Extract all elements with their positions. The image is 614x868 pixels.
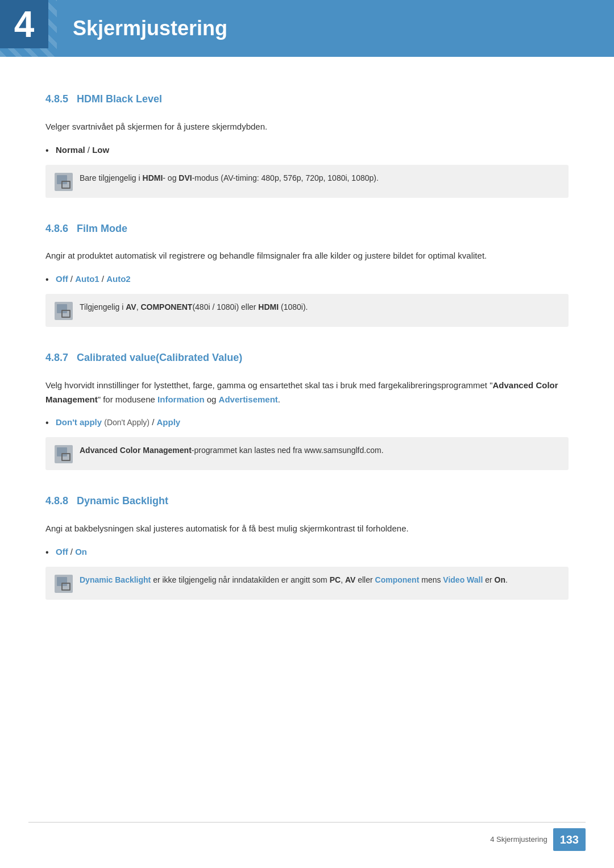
page-footer: 4 Skjermjustering 133 [28,822,586,851]
note-icon-inner-486 [57,304,67,313]
dont-apply-parens: (Don't Apply) [104,418,150,427]
list-item-486: Off / Auto1 / Auto2 [45,272,569,286]
section-heading-485: 4.8.5 HDMI Black Level [45,91,569,111]
section-number-488: 4.8.8 [45,495,77,506]
option-auto1-486: Auto1 [75,274,99,284]
note-icon-485 [55,173,73,191]
main-content: 4.8.5 HDMI Black Level Velger svartnivåe… [0,57,614,657]
list-item-488: Off / On [45,545,569,559]
options-list-486: Off / Auto1 / Auto2 [45,272,569,286]
chapter-title: Skjermjustering [73,12,227,45]
note-box-485: Bare tilgjengelig i HDMI- og DVI-modus (… [45,165,569,198]
note-icon-inner [57,175,67,184]
section-title-487: Calibrated value(Calibrated Value) [77,352,242,363]
options-list-485: Normal / Low [45,143,569,157]
slash-485: / [88,145,92,155]
option-apply: Apply [156,417,180,427]
footer-page-number: 133 [553,828,586,851]
section-heading-488: 4.8.8 Dynamic Backlight [45,493,569,513]
section-number-485: 4.8.5 [45,93,77,105]
option-off-486: Off [56,274,68,284]
section-title-485: HDMI Black Level [77,93,162,105]
section-desc-485: Velger svartnivået på skjermen for å jus… [45,120,569,134]
option-dontapply: Don't apply [56,417,102,427]
section-desc-488: Angi at bakbelysningen skal justeres aut… [45,522,569,536]
note-box-487: Advanced Color Management-programmet kan… [45,437,569,470]
section-desc-487: Velg hvorvidt innstillinger for lystetth… [45,379,569,407]
note-box-486: Tilgjengelig i AV, COMPONENT(480i / 1080… [45,294,569,327]
section-number-487: 4.8.7 [45,352,77,363]
chapter-number: 4 [14,6,35,43]
chapter-number-box: 4 [0,0,48,48]
note-icon-486 [55,302,73,320]
note-box-488: Dynamic Backlight er ikke tilgjengelig n… [45,567,569,600]
note-icon-inner-488 [57,577,67,586]
note-text-486: Tilgjengelig i AV, COMPONENT(480i / 1080… [80,301,308,313]
footer-label: 4 Skjermjustering [490,834,547,846]
options-list-488: Off / On [45,545,569,559]
section-title-486: Film Mode [77,223,127,234]
list-item-487: Don't apply (Don't Apply) / Apply [45,416,569,429]
option-off-488: Off [56,547,68,556]
section-number-486: 4.8.6 [45,223,77,234]
note-text-485: Bare tilgjengelig i HDMI- og DVI-modus (… [80,172,379,184]
option-auto2-486: Auto2 [106,274,131,284]
note-text-488: Dynamic Backlight er ikke tilgjengelig n… [80,574,508,586]
section-heading-487: 4.8.7 Calibrated value(Calibrated Value) [45,350,569,369]
list-item-485: Normal / Low [45,143,569,157]
section-title-488: Dynamic Backlight [77,495,168,506]
note-icon-488 [55,575,73,593]
note-text-487: Advanced Color Management-programmet kan… [80,444,384,456]
section-heading-486: 4.8.6 Film Mode [45,221,569,240]
header-stripes: 4 [0,0,57,57]
note-icon-487 [55,445,73,463]
options-list-487: Don't apply (Don't Apply) / Apply [45,416,569,429]
note-icon-inner-487 [57,447,67,456]
header-banner: 4 Skjermjustering [0,0,614,57]
option-low: Low [92,145,109,155]
option-on-488: On [75,547,87,556]
option-normal: Normal [56,145,85,155]
section-desc-486: Angir at produktet automatisk vil regist… [45,249,569,263]
